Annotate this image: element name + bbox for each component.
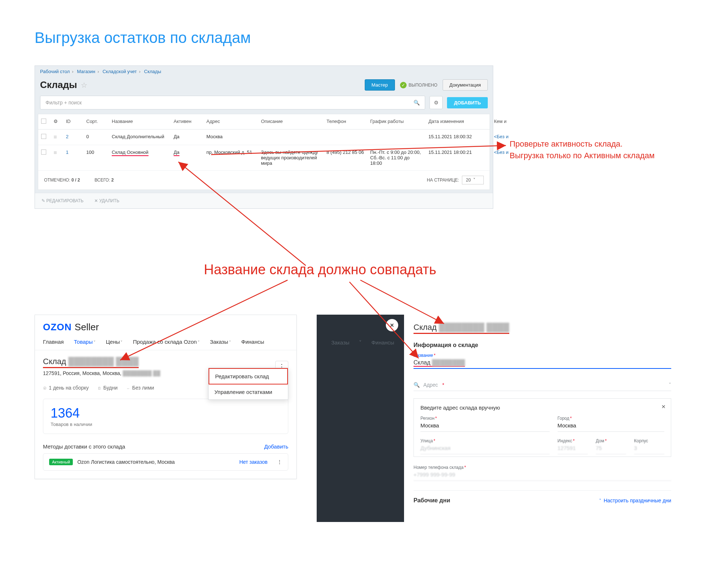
col-changed[interactable]: Дата изменения	[426, 114, 491, 128]
row-menu-icon[interactable]: ≡	[54, 150, 56, 156]
index-label: Индекс*	[558, 438, 588, 443]
delivery-more-icon[interactable]: ⋮	[277, 459, 282, 465]
table-row[interactable]: ≡ 2 0 Склад Дополнительный Да Москва 15.…	[38, 129, 490, 145]
row-checkbox[interactable]	[41, 150, 46, 155]
breadcrumb[interactable]: Рабочий стол› Магазин› Складской учет› С…	[35, 66, 493, 77]
ozon-context-menu: Редактировать склад Управление остатками	[208, 368, 288, 400]
cell-phone: 8 (495) 212 85 06	[324, 145, 367, 159]
cell-phone	[324, 129, 367, 138]
chevron-down-icon: ˅	[669, 382, 671, 388]
ozon-seller-label: Seller	[75, 322, 99, 333]
col-descr[interactable]: Описание	[258, 114, 324, 128]
meta-days: Будни	[98, 385, 118, 391]
annotation-name-match: Название склада должно совпадать	[204, 262, 436, 278]
documentation-button[interactable]: Документация	[443, 79, 488, 91]
cell-active: Да	[171, 129, 203, 144]
nav-orders[interactable]: Заказы˅	[210, 339, 231, 345]
modal-close-button[interactable]: ✕	[386, 319, 398, 331]
add-button[interactable]: ДОБАВИТЬ	[447, 97, 488, 108]
cell-sort: 0	[83, 129, 109, 144]
cell-schedule	[367, 129, 426, 138]
col-phone[interactable]: Телефон	[324, 114, 367, 128]
warehouses-panel: Рабочий стол› Магазин› Складской учет› С…	[35, 65, 493, 209]
annotation-activity: Проверьте активность склада. Выгрузка то…	[510, 138, 654, 162]
delete-action[interactable]: ✕ УДАЛИТЬ	[94, 198, 119, 203]
region-input[interactable]: Москва	[420, 421, 550, 432]
stock-count: 1364	[51, 406, 281, 421]
cell-changed: 15.11.2021 18:00:21	[426, 145, 491, 159]
cell-active: Да	[171, 145, 203, 159]
warehouses-grid: ⚙ ID Сорт. Название Активен Адрес Описан…	[38, 114, 490, 190]
nav-prices[interactable]: Цены˅	[106, 339, 123, 345]
crumb-desktop[interactable]: Рабочий стол	[40, 69, 70, 74]
check-icon: ✓	[400, 82, 407, 88]
row-menu-icon[interactable]: ≡	[54, 134, 56, 140]
favorite-star-icon[interactable]: ☆	[81, 81, 87, 89]
grid-footer: ОТМЕЧЕНО: 0 / 2 ВСЕГО: 2 НА СТРАНИЦЕ: 20…	[38, 171, 490, 190]
nav-finance[interactable]: Финансы	[241, 339, 264, 345]
nav-goods[interactable]: Товары˅	[74, 339, 96, 345]
gear-column-icon[interactable]: ⚙	[54, 119, 58, 124]
cell-name: Склад Дополнительный	[109, 129, 171, 144]
select-all-checkbox[interactable]	[41, 119, 46, 124]
col-sort[interactable]: Сорт.	[83, 114, 109, 128]
foot-total-val: 2	[111, 178, 114, 183]
modal-bg-nav: Заказы ˅ Финансы ˅	[331, 339, 407, 346]
col-schedule[interactable]: График работы	[367, 114, 426, 128]
crumb-stock[interactable]: Складской учет	[103, 69, 137, 74]
delivery-add-link[interactable]: Добавить	[264, 443, 288, 450]
edit-warehouse-modal: Склад ████████ ████ Информация о складе …	[404, 315, 681, 522]
cell-id[interactable]: 1	[63, 145, 83, 159]
foot-total-label: ВСЕГО:	[95, 178, 110, 183]
phone-label: Номер телефона склада*	[414, 465, 671, 470]
status-badge: Активный	[49, 459, 73, 465]
street-input[interactable]: Дубнинская	[420, 443, 550, 454]
crumb-shop[interactable]: Магазин	[77, 69, 95, 74]
cell-sort: 100	[83, 145, 109, 159]
gear-icon: ⚙	[434, 100, 439, 105]
done-label: ВЫПОЛНЕНО	[409, 83, 438, 88]
col-active[interactable]: Активен	[171, 114, 203, 128]
settings-gear-button[interactable]: ⚙	[430, 96, 443, 109]
field-name-input[interactable]: Склад ████████	[414, 358, 671, 369]
modal-title: Склад ████████ ████	[414, 323, 509, 334]
edit-action[interactable]: ✎ РЕДАКТИРОВАТЬ	[41, 198, 83, 203]
delivery-row[interactable]: Активный Ozon Логистика самостоятельно, …	[43, 453, 288, 471]
search-icon: 🔍	[414, 100, 420, 105]
delivery-noorders[interactable]: Нет заказов	[240, 459, 268, 465]
master-button[interactable]: Мастер	[365, 79, 395, 91]
crumb-wh[interactable]: Склады	[144, 69, 161, 74]
delivery-name: Ozon Логистика самостоятельно, Москва	[77, 459, 175, 465]
perpage-label: НА СТРАНИЦЕ:	[427, 178, 459, 183]
korpus-input[interactable]: 3	[634, 443, 664, 454]
nav-main[interactable]: Главная	[43, 339, 64, 345]
done-badge: ✓ ВЫПОЛНЕНО	[400, 82, 438, 88]
house-input[interactable]: 75	[596, 443, 626, 454]
manual-address-close[interactable]: ✕	[661, 404, 666, 410]
menu-edit-warehouse[interactable]: Редактировать склад	[209, 368, 288, 384]
table-row[interactable]: ≡ 1 100 Склад Основной Да пр. Московский…	[38, 145, 490, 171]
nav-fbs[interactable]: Продажа со склада Ozon˅	[133, 339, 199, 345]
col-address[interactable]: Адрес	[203, 114, 258, 128]
cell-id[interactable]: 2	[63, 129, 83, 144]
col-id[interactable]: ID	[63, 114, 83, 128]
cell-changed: 15.11.2021 18:00:32	[426, 129, 491, 144]
col-name[interactable]: Название	[109, 114, 171, 128]
phone-input[interactable]: +7999 999-99-99	[414, 470, 671, 481]
perpage-select[interactable]: 20 ˅	[462, 176, 484, 184]
filter-search-input[interactable]: Фильтр + поиск 🔍	[40, 96, 425, 109]
address-search-input[interactable]: 🔍 Адрес* ˅	[414, 379, 671, 391]
menu-manage-stock[interactable]: Управление остатками	[209, 384, 288, 399]
row-checkbox[interactable]	[41, 134, 46, 139]
cell-name: Склад Основной	[109, 145, 171, 159]
house-label: Дом*	[596, 438, 626, 443]
city-input[interactable]: Москва	[558, 421, 664, 432]
meta-limit: Без лими	[126, 385, 154, 391]
page-title: Выгрузка остатков по складам	[35, 29, 251, 47]
edit-warehouse-modal-wrap: Заказы ˅ Финансы ˅ ✕ Склад ████████ ████…	[317, 315, 681, 522]
holidays-link[interactable]: ˅ Настроить праздничные дни	[599, 498, 671, 503]
filter-placeholder: Фильтр + поиск	[46, 100, 82, 105]
col-who[interactable]: Кем и	[491, 114, 517, 128]
index-input[interactable]: 127591	[558, 443, 588, 454]
region-label: Регион*	[420, 416, 550, 421]
